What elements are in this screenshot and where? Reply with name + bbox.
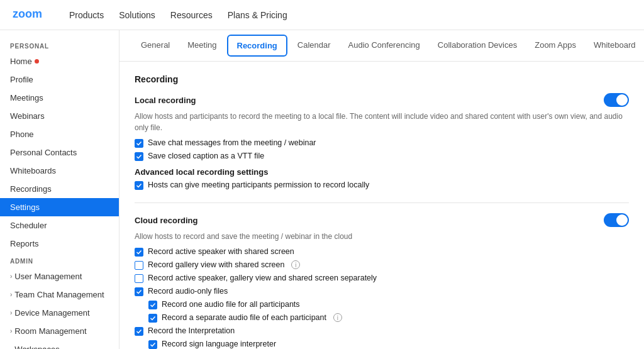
nav-resources[interactable]: Resources bbox=[170, 10, 213, 20]
sidebar-profile-label: Profile bbox=[10, 75, 33, 84]
main-content: General Meeting Recording Calendar Audio… bbox=[119, 30, 644, 349]
nav-products[interactable]: Products bbox=[69, 10, 104, 20]
cloud-checkbox-1[interactable] bbox=[135, 261, 143, 270]
cloud-option-3: Record audio-only files bbox=[135, 287, 629, 296]
svg-text:zoom: zoom bbox=[13, 8, 42, 20]
cloud-option-5: Record a separate audio file of each par… bbox=[148, 313, 629, 323]
tab-collaboration-devices[interactable]: Collaboration Devices bbox=[429, 30, 526, 61]
cloud-checkbox-2[interactable] bbox=[135, 274, 143, 283]
chevron-icon: › bbox=[10, 273, 12, 280]
tab-meeting[interactable]: Meeting bbox=[179, 30, 225, 61]
zoom-logo[interactable]: zoom bbox=[13, 8, 50, 22]
cloud-checkbox-3[interactable] bbox=[135, 287, 143, 296]
cloud-label-4: Record one audio file for all participan… bbox=[162, 300, 300, 309]
cloud-recording-desc: Allow hosts to record and save the meeti… bbox=[135, 231, 629, 242]
cloud-checkbox-5[interactable] bbox=[148, 314, 157, 323]
sidebar-home-label: Home bbox=[10, 57, 32, 66]
cloud-option-1: Record gallery view with shared screen i bbox=[135, 260, 629, 270]
personal-section-label: PERSONAL bbox=[0, 38, 119, 52]
tab-calendar[interactable]: Calendar bbox=[289, 30, 340, 61]
info-icon-gallery[interactable]: i bbox=[291, 260, 300, 269]
cloud-option-0: Record active speaker with shared screen bbox=[135, 247, 629, 257]
sidebar-reports-label: Reports bbox=[10, 239, 39, 248]
sidebar-personal-contacts-label: Personal Contacts bbox=[10, 148, 77, 157]
sidebar-item-scheduler[interactable]: Scheduler bbox=[0, 216, 119, 235]
sidebar-phone-label: Phone bbox=[10, 130, 34, 139]
sidebar-whiteboards-label: Whiteboards bbox=[10, 166, 56, 175]
cloud-label-0: Record active speaker with shared screen bbox=[148, 247, 294, 256]
sidebar-item-profile[interactable]: Profile bbox=[0, 70, 119, 89]
cloud-checkbox-0[interactable] bbox=[135, 248, 143, 257]
sidebar-webinars-label: Webinars bbox=[10, 111, 45, 121]
cloud-option-4: Record one audio file for all participan… bbox=[148, 300, 629, 309]
tab-recording[interactable]: Recording bbox=[227, 35, 287, 57]
sidebar-item-workspaces-management[interactable]: › Workspaces Management bbox=[0, 340, 119, 349]
local-recording-title: Local recording bbox=[135, 96, 196, 105]
cloud-option-7: Record sign language interpreter bbox=[148, 340, 629, 349]
sidebar-item-reports[interactable]: Reports bbox=[0, 235, 119, 253]
cloud-recording-header: Cloud recording bbox=[135, 213, 629, 227]
cloud-recording-title: Cloud recording bbox=[135, 216, 197, 225]
sidebar-item-home[interactable]: Home bbox=[0, 52, 119, 70]
sidebar-item-webinars[interactable]: Webinars bbox=[0, 107, 119, 125]
chevron-icon: › bbox=[10, 309, 12, 316]
local-recording-toggle[interactable] bbox=[604, 93, 629, 107]
page-title: Recording bbox=[135, 74, 629, 84]
cloud-option-6: Record the Interpretation bbox=[135, 326, 629, 336]
sidebar-item-personal-contacts[interactable]: Personal Contacts bbox=[0, 143, 119, 162]
tab-whiteboard[interactable]: Whiteboard bbox=[585, 30, 644, 61]
sidebar-workspaces-label: Workspaces Management bbox=[14, 345, 109, 349]
info-icon-separate[interactable]: i bbox=[333, 313, 342, 322]
cloud-label-3: Record audio-only files bbox=[148, 287, 228, 296]
sidebar-meetings-label: Meetings bbox=[10, 93, 43, 102]
sidebar-item-user-management[interactable]: › User Management bbox=[0, 267, 119, 285]
nav-items: Products Solutions Resources Plans & Pri… bbox=[69, 10, 287, 20]
save-chat-option: Save chat messages from the meeting / we… bbox=[135, 138, 629, 148]
tab-zoom-apps[interactable]: Zoom Apps bbox=[526, 30, 585, 61]
sidebar-item-team-chat-management[interactable]: › Team Chat Management bbox=[0, 285, 119, 304]
sidebar-item-meetings[interactable]: Meetings bbox=[0, 89, 119, 107]
cloud-label-5: Record a separate audio file of each par… bbox=[162, 313, 326, 322]
hosts-permission-checkbox[interactable] bbox=[135, 181, 143, 190]
cloud-label-1: Record gallery view with shared screen bbox=[148, 260, 284, 269]
nav-plans-pricing[interactable]: Plans & Pricing bbox=[228, 10, 287, 20]
cloud-checkbox-6[interactable] bbox=[135, 327, 143, 336]
sidebar-item-whiteboards[interactable]: Whiteboards bbox=[0, 162, 119, 180]
chevron-icon: › bbox=[10, 328, 12, 335]
sidebar-room-management-label: Room Management bbox=[14, 326, 86, 336]
chevron-icon: › bbox=[10, 291, 12, 298]
cloud-option-2: Record active speaker, gallery view and … bbox=[135, 274, 629, 283]
cloud-label-7: Record sign language interpreter bbox=[162, 340, 276, 348]
sidebar-item-device-management[interactable]: › Device Management bbox=[0, 304, 119, 322]
cloud-checkbox-7[interactable] bbox=[148, 340, 157, 349]
sidebar-item-phone[interactable]: Phone bbox=[0, 125, 119, 143]
sidebar-device-management-label: Device Management bbox=[14, 308, 89, 318]
settings-content: Recording Local recording Allow hosts an… bbox=[119, 62, 644, 349]
cloud-label-2: Record active speaker, gallery view and … bbox=[148, 274, 377, 282]
sidebar-item-settings[interactable]: Settings bbox=[0, 198, 119, 216]
nav-solutions[interactable]: Solutions bbox=[119, 10, 155, 20]
main-layout: PERSONAL Home Profile Meetings Webinars … bbox=[0, 30, 644, 349]
save-vtt-option: Save closed caption as a VTT file bbox=[135, 152, 629, 161]
cloud-recording-toggle[interactable] bbox=[604, 213, 629, 227]
save-chat-checkbox[interactable] bbox=[135, 139, 143, 148]
tab-general[interactable]: General bbox=[132, 30, 179, 61]
hosts-permission-option: Hosts can give meeting participants perm… bbox=[135, 180, 629, 190]
sidebar: PERSONAL Home Profile Meetings Webinars … bbox=[0, 30, 119, 349]
cloud-checkbox-4[interactable] bbox=[148, 301, 157, 309]
sidebar-scheduler-label: Scheduler bbox=[10, 221, 47, 230]
save-vtt-label: Save closed caption as a VTT file bbox=[148, 152, 264, 160]
home-notification-dot bbox=[35, 59, 39, 64]
sidebar-item-room-management[interactable]: › Room Management bbox=[0, 322, 119, 340]
admin-section-label: ADMIN bbox=[0, 253, 119, 267]
advanced-recording-title: Advanced local recording settings bbox=[135, 167, 629, 177]
cloud-recording-section: Cloud recording Allow hosts to record an… bbox=[135, 213, 629, 349]
sidebar-settings-label: Settings bbox=[10, 202, 40, 212]
tab-audio-conferencing[interactable]: Audio Conferencing bbox=[340, 30, 429, 61]
save-vtt-checkbox[interactable] bbox=[135, 152, 143, 161]
sidebar-item-recordings[interactable]: Recordings bbox=[0, 180, 119, 198]
top-navigation: zoom Products Solutions Resources Plans … bbox=[0, 0, 644, 30]
hosts-permission-label: Hosts can give meeting participants perm… bbox=[148, 180, 369, 189]
sidebar-team-chat-label: Team Chat Management bbox=[14, 290, 104, 299]
save-chat-label: Save chat messages from the meeting / we… bbox=[148, 138, 316, 147]
